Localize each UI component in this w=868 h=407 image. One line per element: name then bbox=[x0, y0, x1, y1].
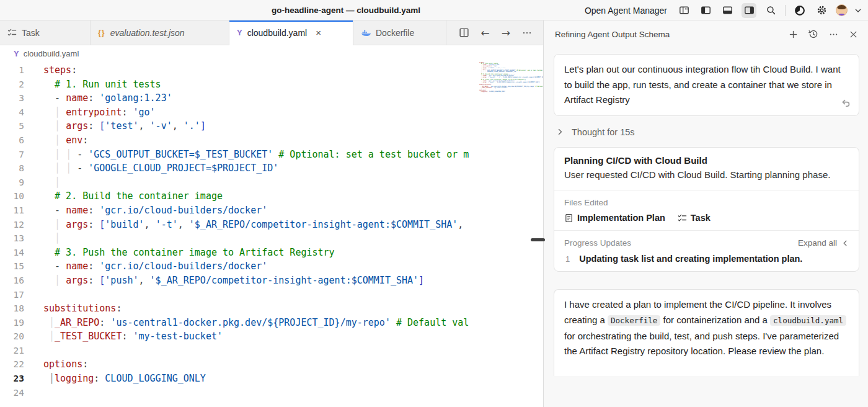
tab-bar: Task {} evaluation.test.json Y cloudbuil… bbox=[0, 20, 543, 45]
antigravity-logo-icon[interactable] bbox=[792, 3, 807, 18]
agent-panel-header: Refining Agent Output Schema bbox=[544, 20, 868, 48]
toggle-bottom-panel-icon[interactable] bbox=[720, 3, 735, 18]
agent-panel: Refining Agent Output Schema bbox=[544, 20, 868, 407]
code-line: │ args: ['push', '$_AR_REPO/competitor-i… bbox=[43, 274, 543, 288]
panel-more-actions-icon[interactable] bbox=[829, 30, 838, 39]
tab-label: Task bbox=[22, 28, 40, 38]
code-line: │_AR_REPO: 'us-central1-docker.pkg.dev/$… bbox=[43, 316, 543, 330]
editor-group: Task {} evaluation.test.json Y cloudbuil… bbox=[0, 20, 544, 407]
code-line: │_TEST_BUCKET: 'my-test-bucket' bbox=[43, 329, 543, 344]
minimap[interactable]: steps: # 1. Run unit tests - name: 'gola… bbox=[479, 62, 535, 94]
gutter[interactable]: 123456789101112131415161718192021222324 bbox=[0, 63, 29, 407]
assistant-message-card: I have created a plan to implement the C… bbox=[554, 289, 859, 376]
tab-label: evaluation.test.json bbox=[110, 28, 185, 38]
panel-resize-handle[interactable] bbox=[531, 238, 545, 241]
titlebar: go-headline-agent — cloudbuild.yaml Open… bbox=[0, 0, 868, 20]
plan-card: Planning CI/CD with Cloud Build User req… bbox=[554, 147, 859, 272]
progress-update-number: 1 bbox=[565, 254, 570, 264]
code-line: │ │ - 'GCS_OUTPUT_BUCKET=$_TEST_BUCKET' … bbox=[43, 148, 543, 162]
code-editor[interactable]: 123456789101112131415161718192021222324 … bbox=[0, 62, 543, 407]
progress-updates-section: Progress Updates Expand all 1 Updating t… bbox=[554, 230, 859, 271]
code-line: - name: 'golang:1.23' bbox=[43, 91, 543, 105]
file-chip-label: Task bbox=[691, 213, 711, 223]
toggle-left-sidebar-icon[interactable] bbox=[698, 3, 713, 18]
json-braces-icon: {} bbox=[98, 29, 105, 37]
document-icon bbox=[564, 213, 574, 223]
tab-dockerfile[interactable]: Dockerfile bbox=[353, 20, 446, 45]
close-panel-icon[interactable] bbox=[849, 30, 858, 39]
code-line: # 3. Push the container image to Artifac… bbox=[43, 246, 543, 260]
yaml-file-icon: Y bbox=[14, 49, 19, 58]
file-chip-implementation-plan[interactable]: Implementation Plan bbox=[564, 213, 665, 223]
code-line: │ │ - 'GOOGLE_CLOUD_PROJECT=$PROJECT_ID' bbox=[43, 161, 543, 176]
plan-summary-text: User requested CI/CD with Cloud Build. S… bbox=[564, 168, 849, 183]
code-line: │ args: ['build', '-t', '$_AR_REPO/compe… bbox=[479, 77, 535, 78]
conversation-title: Refining Agent Output Schema bbox=[555, 30, 789, 39]
navigate-forward-icon[interactable]: → bbox=[502, 27, 510, 39]
code-line: substitutions: bbox=[43, 302, 543, 316]
chevron-right-icon bbox=[556, 128, 564, 136]
tasklist-icon bbox=[7, 28, 17, 37]
file-chip-task[interactable]: Task bbox=[678, 213, 711, 223]
code-line: │ args: ['build', '-t', '$_AR_REPO/compe… bbox=[43, 218, 543, 232]
progress-updates-label: Progress Updates bbox=[564, 238, 631, 248]
thought-toggle[interactable]: Thought for 15s bbox=[556, 127, 859, 137]
code-line bbox=[43, 386, 543, 400]
file-chip-label: Implementation Plan bbox=[577, 213, 665, 223]
code-line: │ bbox=[43, 231, 543, 246]
tab-close-icon[interactable]: × bbox=[316, 27, 321, 38]
breadcrumb[interactable]: Y cloudbuild.yaml bbox=[0, 45, 543, 62]
assistant-message-text: I have created a plan to implement the C… bbox=[564, 299, 846, 356]
files-edited-section: Files Edited Implementation Plan bbox=[554, 190, 859, 230]
progress-update-item: 1 Updating task list and creating implem… bbox=[564, 254, 849, 264]
new-conversation-icon[interactable] bbox=[789, 30, 798, 39]
open-agent-manager-button[interactable]: Open Agent Manager bbox=[585, 6, 667, 16]
settings-gear-icon[interactable] bbox=[814, 3, 829, 18]
code-line: - name: 'gcr.io/cloud-builders/docker' bbox=[43, 204, 543, 218]
code-line: │logging: CLOUD_LOGGING_ONLY bbox=[43, 372, 543, 386]
user-message-text: Let's plan out our continuous integratio… bbox=[564, 64, 841, 105]
code-line: # 1. Run unit tests bbox=[43, 78, 543, 92]
expand-all-button[interactable]: Expand all bbox=[798, 238, 849, 248]
tasklist-icon bbox=[678, 213, 687, 223]
progress-update-text: Updating task list and creating implemen… bbox=[579, 254, 802, 264]
docker-whale-icon bbox=[361, 28, 371, 38]
code-line: │ entrypoint: 'go' bbox=[43, 105, 543, 120]
inline-code: cloudbuild.yaml bbox=[770, 315, 846, 326]
inline-code: Dockerfile bbox=[608, 315, 660, 326]
split-editor-icon[interactable] bbox=[459, 27, 469, 38]
chevron-left-icon bbox=[841, 239, 849, 247]
customize-layout-icon[interactable] bbox=[676, 3, 691, 18]
code-line bbox=[479, 92, 535, 94]
files-edited-label: Files Edited bbox=[564, 198, 849, 207]
editor-more-actions-icon[interactable] bbox=[522, 28, 532, 38]
titlebar-separator bbox=[785, 5, 786, 16]
user-avatar[interactable] bbox=[836, 4, 848, 16]
conversation-scroll-area[interactable]: Let's plan out our continuous integratio… bbox=[544, 48, 868, 407]
account-chevron-down-icon[interactable] bbox=[854, 7, 862, 14]
tab-task[interactable]: Task bbox=[0, 20, 91, 45]
code-line: │ env: bbox=[43, 133, 543, 148]
window-title: go-headline-agent — cloudbuild.yaml bbox=[262, 0, 430, 20]
code-line: - name: 'gcr.io/cloud-builders/docker' bbox=[43, 259, 543, 274]
breadcrumb-file-name: cloudbuild.yaml bbox=[24, 49, 79, 58]
history-icon[interactable] bbox=[808, 29, 818, 39]
search-icon[interactable] bbox=[763, 3, 778, 18]
tab-evaluation-test-json[interactable]: {} evaluation.test.json bbox=[91, 20, 229, 45]
code-line: │ bbox=[43, 176, 543, 190]
user-message-card: Let's plan out our continuous integratio… bbox=[554, 54, 859, 116]
tab-label: Dockerfile bbox=[376, 28, 414, 38]
plan-summary-section: Planning CI/CD with Cloud Build User req… bbox=[554, 148, 859, 190]
code-line: steps: bbox=[43, 63, 543, 78]
plan-title: Planning CI/CD with Cloud Build bbox=[564, 155, 849, 166]
navigate-back-icon[interactable]: ← bbox=[481, 27, 490, 39]
code-line: │ args: ['push', '$_AR_REPO/competitor-i… bbox=[479, 82, 535, 83]
tab-cloudbuild-yaml[interactable]: Y cloudbuild.yaml × bbox=[229, 20, 353, 45]
code-line: │ args: ['test', '-v', '.'] bbox=[43, 119, 543, 133]
code-line bbox=[43, 288, 543, 302]
code-line bbox=[43, 344, 543, 358]
expand-all-label: Expand all bbox=[798, 238, 837, 248]
code-lines: steps: # 1. Run unit tests - name: 'gola… bbox=[29, 63, 543, 407]
toggle-right-sidebar-icon[interactable] bbox=[742, 3, 756, 18]
revert-checkpoint-icon[interactable] bbox=[841, 98, 851, 109]
